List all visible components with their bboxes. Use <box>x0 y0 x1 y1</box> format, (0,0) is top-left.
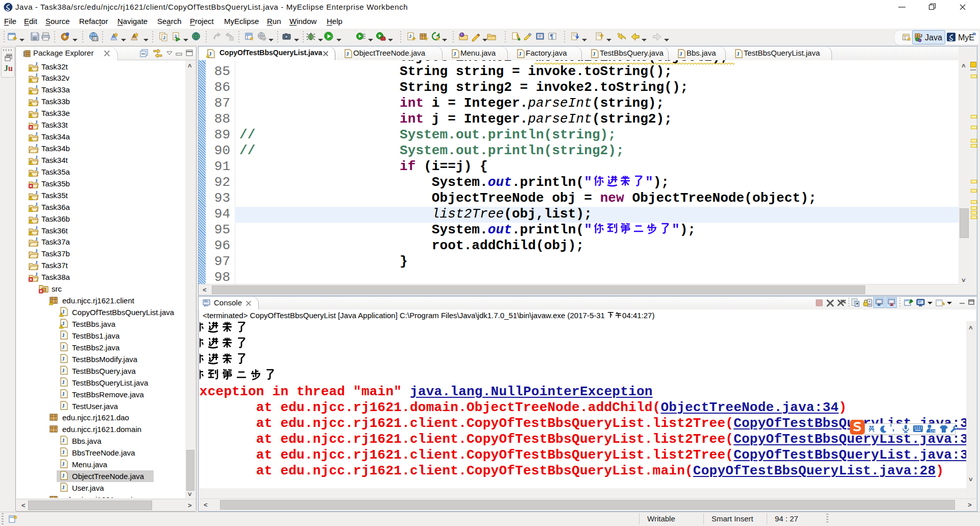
svg-text:¶: ¶ <box>550 33 554 40</box>
svg-text:29: 29 <box>932 429 936 433</box>
svg-text:J: J <box>409 34 411 39</box>
svg-text:J: J <box>920 33 922 38</box>
svg-text:2.0: 2.0 <box>93 37 98 41</box>
svg-text:R: R <box>263 37 265 40</box>
svg-text:J: J <box>163 35 165 40</box>
